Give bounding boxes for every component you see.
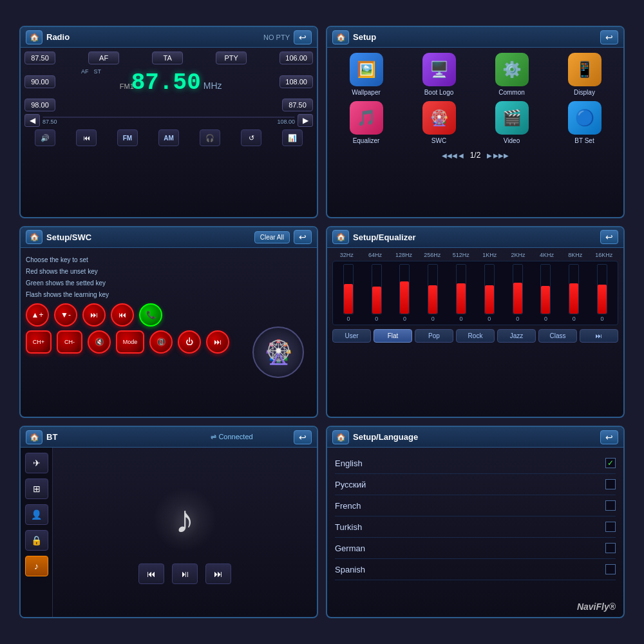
language-panel: 🏠 Setup/Language ↩ English ✓ Русский Fre…	[326, 426, 625, 618]
refresh-btn[interactable]: ↺	[241, 129, 261, 146]
nav-right[interactable]: ▶	[487, 152, 492, 159]
lang-item-french[interactable]: French	[335, 495, 616, 516]
eq-bar-track-5	[484, 264, 495, 314]
setup-item-wallpaper[interactable]: 🖼️ Wallpaper	[332, 53, 400, 96]
freq-90-btn[interactable]: 90.00	[24, 75, 55, 88]
swc-power[interactable]: ⏻	[178, 330, 201, 354]
eq-bar-9[interactable]: 0	[591, 264, 614, 322]
setup-item-btset[interactable]: 🔵 BT Set	[551, 101, 618, 144]
swc-vol-up[interactable]: ▲+	[26, 303, 49, 327]
eq-preset-user[interactable]: User	[332, 329, 371, 343]
headphone-btn[interactable]: 🎧	[200, 129, 220, 146]
lang-back-btn[interactable]: ↩	[600, 430, 618, 444]
eq-preset-pop[interactable]: Pop	[415, 329, 453, 343]
eq-bar-1[interactable]: 0	[365, 264, 388, 322]
bt-sidebar-grid[interactable]: ⊞	[25, 478, 48, 499]
radio-back-btn[interactable]: ↩	[294, 30, 312, 44]
bt-sidebar-phone[interactable]: ✈	[25, 453, 48, 473]
eq-bar-3[interactable]: 0	[421, 264, 444, 322]
swc-home-btn[interactable]: 🏠	[26, 230, 43, 244]
radio-home-btn[interactable]: 🏠	[26, 30, 43, 44]
eq-bar-8[interactable]: 0	[562, 264, 585, 322]
lang-english-check: ✓	[605, 458, 616, 468]
eq-preset-next[interactable]: ⏭	[580, 329, 618, 343]
prev-btn[interactable]: ⏮	[76, 129, 97, 146]
pty-btn[interactable]: PTY	[216, 52, 247, 64]
eq-value-8: 0	[573, 316, 576, 322]
eq-home-btn[interactable]: 🏠	[332, 230, 349, 244]
lang-item-german[interactable]: German	[335, 538, 616, 559]
eq-back-btn[interactable]: ↩	[600, 230, 618, 244]
freq-106-btn[interactable]: 106.00	[279, 52, 313, 64]
swc-ff[interactable]: ⏭	[206, 330, 229, 354]
eq-preset-rock[interactable]: Rock	[456, 329, 495, 343]
slider-left-btn[interactable]: ◀	[24, 114, 40, 127]
setup-item-equalizer[interactable]: 🎵 Equalizer	[332, 101, 400, 144]
setup-item-common[interactable]: ⚙️ Common	[478, 53, 545, 96]
lang-item-russian[interactable]: Русский	[335, 474, 616, 495]
eq-bar-track-0	[343, 264, 354, 314]
fm-btn[interactable]: FM	[117, 129, 138, 146]
ta-btn[interactable]: TA	[152, 52, 183, 64]
bt-prev-btn[interactable]: ⏮	[138, 564, 164, 584]
setup-item-bootlogo[interactable]: 🖥️ Boot Logo	[405, 53, 473, 96]
eq-preset-jazz[interactable]: Jazz	[497, 329, 536, 343]
eq-bar-7[interactable]: 0	[534, 264, 557, 322]
eq-bar-fill-2	[400, 281, 409, 313]
eq-bar-6[interactable]: 0	[506, 264, 529, 322]
bt-sidebar-settings[interactable]: 🔒	[25, 530, 48, 551]
vol-down-btn[interactable]: 🔊	[35, 129, 55, 146]
eq-bar-5[interactable]: 0	[478, 264, 501, 322]
eq-bar-2[interactable]: 0	[393, 264, 416, 322]
lang-item-english[interactable]: English ✓	[335, 453, 616, 474]
spectrum-btn[interactable]: 📊	[282, 129, 303, 146]
radio-freq-row-2: 90.00 AF ST FM1 87.50 MHz 108.00	[24, 67, 313, 96]
setup-home-btn[interactable]: 🏠	[332, 30, 349, 44]
swc-prev[interactable]: ⏮	[111, 303, 134, 327]
setup-item-video[interactable]: 🎬 Video	[478, 101, 545, 144]
swc-mute[interactable]: 🔇	[88, 330, 111, 354]
lang-russian-label: Русский	[335, 480, 366, 489]
setup-back-btn[interactable]: ↩	[600, 30, 618, 44]
swc-back-btn[interactable]: ↩	[294, 230, 312, 244]
lang-item-turkish[interactable]: Turkish	[335, 516, 616, 538]
eq-bar-4[interactable]: 0	[450, 264, 473, 322]
freq-87-50-btn[interactable]: 87.50	[24, 52, 55, 64]
equalizer-icon: 🎵	[350, 101, 383, 135]
eq-1khz: 1KHz	[478, 252, 501, 258]
am-btn[interactable]: AM	[158, 129, 179, 146]
bt-sidebar-contacts[interactable]: 👤	[25, 504, 48, 525]
bt-back-btn[interactable]: ↩	[294, 430, 312, 444]
swc-call-accept[interactable]: 📞	[139, 303, 162, 327]
bt-home-btn[interactable]: 🏠	[26, 430, 43, 444]
af-btn[interactable]: AF	[88, 52, 119, 64]
lang-item-spanish[interactable]: Spanish	[335, 559, 616, 580]
swc-header-bar: 🏠 Setup/SWC Clear All ↩	[21, 227, 317, 248]
bt-play-pause-btn[interactable]: ⏯	[172, 564, 198, 584]
swc-vol-down[interactable]: ▼-	[54, 303, 77, 327]
nav-far-left[interactable]: ◀◀◀	[442, 152, 457, 159]
bt-sidebar-music[interactable]: ♪	[25, 556, 48, 576]
setup-item-swc[interactable]: 🎡 SWC	[405, 101, 473, 144]
clear-all-btn[interactable]: Clear All	[254, 231, 290, 243]
slider-right-btn[interactable]: ▶	[298, 114, 313, 127]
freq-98-btn[interactable]: 98.00	[24, 99, 55, 111]
nav-left[interactable]: ◀	[459, 152, 464, 159]
swc-mode[interactable]: Mode	[116, 330, 144, 354]
bt-next-btn[interactable]: ⏭	[205, 564, 231, 584]
lang-english-label: English	[335, 459, 363, 468]
nav-far-right[interactable]: ▶▶▶	[493, 152, 509, 159]
swc-ch-plus[interactable]: CH+	[26, 330, 52, 354]
swc-ch-minus[interactable]: CH-	[57, 330, 82, 354]
eq-preset-flat[interactable]: Flat	[374, 329, 412, 343]
eq-preset-class[interactable]: Class	[538, 329, 577, 343]
lang-home-btn[interactable]: 🏠	[332, 430, 349, 444]
swc-next[interactable]: ⏭	[82, 303, 106, 327]
setup-item-display[interactable]: 📱 Display	[551, 53, 618, 96]
freq-slider[interactable]	[43, 117, 295, 118]
eq-bar-0[interactable]: 0	[337, 264, 360, 322]
freq-108-btn[interactable]: 108.00	[279, 75, 313, 88]
swc-call-end[interactable]: 📵	[149, 330, 173, 354]
lang-turkish-label: Turkish	[335, 522, 362, 532]
freq-87-50b-btn[interactable]: 87.50	[282, 99, 313, 111]
